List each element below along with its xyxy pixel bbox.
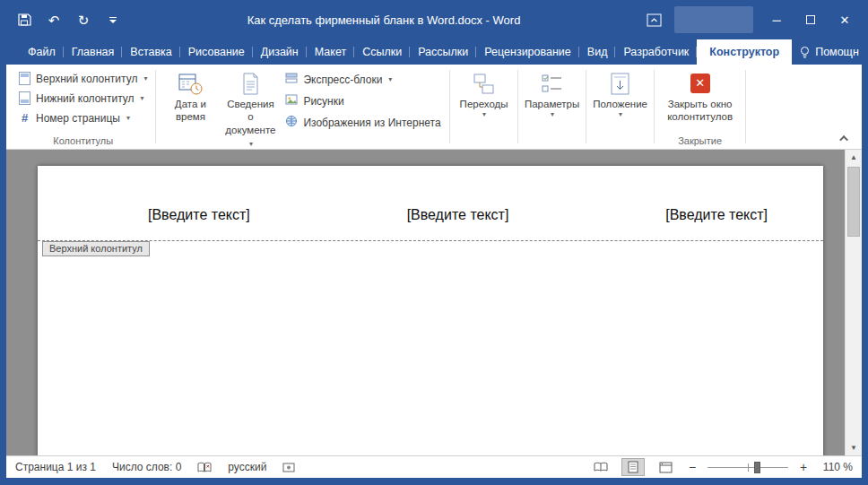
scrollbar-thumb[interactable] (847, 167, 860, 237)
zoom-in-button[interactable]: + (797, 460, 810, 474)
status-right: − + 110 % (589, 458, 853, 476)
chevron-down-icon: ▾ (482, 110, 486, 119)
zoom-level-button[interactable]: 110 % (819, 461, 853, 473)
ribbon-display-options-button[interactable] (647, 13, 662, 27)
tab-references[interactable]: Ссылки (354, 39, 410, 65)
quick-parts-button[interactable]: Экспресс-блоки ▾ (282, 71, 444, 88)
header-tag: Верхний колонтитул (42, 241, 150, 256)
group-label-close: Закрытие (660, 134, 741, 149)
account-name-redacted (674, 6, 753, 33)
tab-draw[interactable]: Рисование (180, 39, 253, 65)
header-placeholder-center[interactable]: [Введите текст] (407, 207, 509, 223)
tab-view[interactable]: Вид (579, 39, 616, 65)
date-time-label-line1: Дата и (175, 98, 206, 110)
online-pictures-label: Изображения из Интернета (303, 117, 440, 129)
zoom-out-button[interactable]: − (686, 460, 699, 474)
quick-access-toolbar: ↶ ↻ (16, 12, 121, 28)
tab-design[interactable]: Дизайн (253, 39, 307, 65)
customize-qat-button[interactable] (105, 12, 121, 28)
chevron-down-icon: ▾ (551, 110, 554, 119)
document-info-button[interactable]: Сведения о документе ▾ (221, 67, 279, 150)
footer-button[interactable]: Нижний колонтитул ▾ (15, 91, 151, 106)
quick-parts-icon (285, 72, 298, 87)
group-navigation: Переходы ▾ (450, 65, 518, 149)
tab-file[interactable]: Файл (20, 39, 64, 65)
vertical-scrollbar[interactable]: ▲ ▼ (845, 150, 862, 455)
quick-parts-label: Экспресс-блоки (303, 74, 382, 86)
page-number-button[interactable]: # Номер страницы ▾ (15, 110, 151, 126)
options-icon (540, 71, 564, 96)
word-count-status[interactable]: Число слов: 0 (112, 461, 181, 473)
online-pictures-icon (285, 115, 298, 130)
tab-insert[interactable]: Вставка (122, 39, 179, 65)
macro-record-icon (282, 463, 295, 472)
document-info-label-line2: документе (225, 125, 275, 135)
maximize-button[interactable] (800, 7, 821, 32)
navigation-button[interactable]: Переходы ▾ (456, 67, 513, 119)
close-hf-label-line1: Закрыть окно (668, 98, 733, 110)
document-info-label-line1: Сведения о (223, 98, 277, 124)
pictures-icon (285, 93, 298, 108)
web-layout-button[interactable] (654, 458, 677, 476)
group-insert: Дата и время Сведения о документе ▾ (156, 65, 449, 149)
undo-button[interactable]: ↶ (46, 12, 62, 28)
titlebar-controls: ─ ✕ (647, 6, 855, 33)
tab-header-footer-design[interactable]: Конструктор (697, 39, 792, 65)
chevron-down-icon: ▾ (249, 140, 253, 148)
read-mode-button[interactable] (589, 458, 612, 476)
window-content-frame: Верхний колонтитул ▾ Нижний колонтитул ▾… (6, 65, 862, 478)
scrollbar-up-button[interactable]: ▲ (846, 150, 862, 165)
online-pictures-button[interactable]: Изображения из Интернета (282, 114, 444, 131)
document-page[interactable]: [Введите текст] [Введите текст] [Введите… (38, 166, 823, 455)
close-header-footer-button[interactable]: ✕ Закрыть окно колонтитулов (660, 67, 741, 124)
header-button[interactable]: Верхний колонтитул ▾ (15, 71, 151, 86)
position-button[interactable]: Положение ▾ (592, 67, 649, 119)
scrollbar-down-button[interactable]: ▼ (846, 440, 862, 455)
ribbon-tab-bar: Файл Главная Вставка Рисование Дизайн Ма… (0, 39, 868, 65)
pictures-label: Рисунки (303, 95, 343, 108)
proofing-status-button[interactable] (197, 462, 212, 473)
navigation-label: Переходы (460, 98, 508, 110)
tab-developer[interactable]: Разработчик (615, 39, 697, 65)
zoom-slider[interactable] (707, 467, 788, 468)
group-position: Положение ▾ (586, 65, 655, 149)
redo-button[interactable]: ↻ (75, 12, 91, 28)
macro-record-button[interactable] (282, 463, 295, 472)
close-window-button[interactable]: ✕ (834, 7, 855, 32)
window-title: Как сделать фирменный бланк в Word.docx … (121, 13, 647, 27)
group-label-headers: Колонтитулы (15, 134, 151, 149)
chevron-down-icon: ▾ (141, 94, 144, 102)
tab-home[interactable]: Главная (64, 39, 123, 65)
page-number-button-label: Номер страницы (36, 112, 120, 125)
header-placeholder-right[interactable]: [Введите текст] (665, 207, 768, 223)
document-workspace: [Введите текст] [Введите текст] [Введите… (6, 150, 862, 455)
tab-mailings[interactable]: Рассылки (410, 39, 476, 65)
date-time-icon (178, 71, 203, 96)
language-status[interactable]: русский (228, 461, 266, 473)
chevron-down-icon: ▾ (388, 75, 392, 83)
minimize-button[interactable]: ─ (766, 7, 787, 32)
print-layout-button[interactable] (621, 458, 645, 476)
assistant-label: Помощн (815, 46, 859, 58)
date-time-button[interactable]: Дата и время (161, 67, 219, 150)
date-time-label-line2: время (176, 110, 205, 123)
pictures-button[interactable]: Рисунки (282, 92, 444, 109)
chevron-down-icon: ▾ (143, 74, 147, 82)
zoom-slider-thumb[interactable] (754, 462, 760, 473)
page-number-icon: # (19, 111, 30, 125)
chevron-down-icon: ▾ (619, 110, 622, 119)
save-button[interactable] (16, 12, 32, 28)
collapse-ribbon-button[interactable] (837, 132, 853, 144)
page-count-status[interactable]: Страница 1 из 1 (15, 461, 96, 473)
options-button[interactable]: Параметры ▾ (524, 67, 581, 119)
save-icon (17, 13, 31, 27)
lightbulb-icon (800, 46, 810, 59)
ribbon: Верхний колонтитул ▾ Нижний колонтитул ▾… (6, 65, 862, 150)
tab-review[interactable]: Рецензирование (476, 39, 579, 65)
web-layout-icon (659, 462, 673, 473)
header-placeholder-left[interactable]: [Введите текст] (148, 207, 250, 223)
tab-layout[interactable]: Макет (307, 39, 354, 65)
options-label: Параметры (525, 98, 579, 110)
document-info-icon (239, 71, 263, 96)
tab-assistant[interactable]: Помощн (792, 39, 867, 65)
